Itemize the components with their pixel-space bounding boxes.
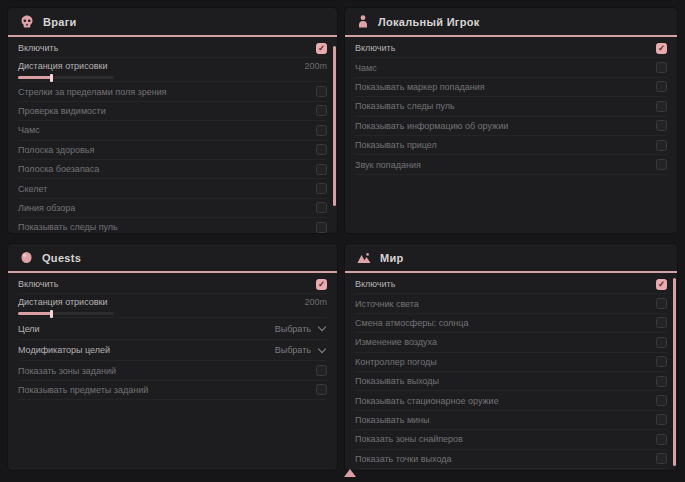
checkbox-unchecked[interactable] [656, 159, 667, 170]
panel-world: МирВключить✓Источник светаСмена атмосфер… [345, 244, 677, 470]
scrollbar-thumb[interactable] [333, 46, 336, 206]
row-toggle[interactable]: Показывать предметы заданий [18, 381, 327, 400]
panel-title: Quests [42, 252, 81, 264]
row-toggle[interactable]: Показать точки выхода [355, 450, 667, 469]
row-toggle[interactable]: Включить✓ [355, 39, 667, 58]
row-toggle[interactable]: Смена атмосферы: солнца [355, 314, 667, 333]
row-toggle[interactable]: Показывать прицел [355, 136, 667, 155]
row-toggle[interactable]: Показывать маркер попадания [355, 78, 667, 97]
row-toggle[interactable]: Линия обзора [18, 199, 327, 218]
toggle-label: Показывать информацию об оружии [355, 121, 508, 131]
row-toggle[interactable]: Полоска здоровья [18, 141, 327, 160]
row-toggle[interactable]: Показывать выходы [355, 372, 667, 391]
checkbox-unchecked[interactable] [316, 365, 327, 376]
row-toggle[interactable]: Включить✓ [355, 275, 667, 294]
checkbox-checked[interactable]: ✓ [316, 43, 327, 54]
checkbox-unchecked[interactable] [656, 376, 667, 387]
toggle-label: Включить [355, 43, 395, 53]
toggle-label: Включить [355, 279, 395, 289]
slider-thumb[interactable] [50, 310, 53, 318]
cursor-triangle-icon [344, 469, 356, 477]
panel-title: Мир [380, 252, 404, 264]
toggle-label: Показать зоны снайперов [355, 434, 463, 444]
checkbox-unchecked[interactable] [656, 395, 667, 406]
row-toggle[interactable]: Полоска боезапаса [18, 160, 327, 179]
select-value: Выбрать [275, 345, 311, 355]
toggle-label: Линия обзора [18, 203, 75, 213]
panel-header-quests: Quests [8, 244, 337, 273]
row-toggle[interactable]: Источник света [355, 294, 667, 313]
toggle-label: Чамс [355, 63, 377, 73]
toggle-label: Полоска боезапаса [18, 164, 99, 174]
row-toggle[interactable]: Скелет [18, 179, 327, 198]
row-toggle[interactable]: Чамс [355, 58, 667, 77]
checkbox-unchecked[interactable] [656, 317, 667, 328]
checkbox-unchecked[interactable] [656, 337, 667, 348]
row-toggle[interactable]: Проверка видимости [18, 102, 327, 121]
row-toggle[interactable]: Изменение воздуха [355, 333, 667, 352]
checkbox-checked[interactable]: ✓ [656, 43, 667, 54]
slider-track[interactable] [18, 312, 114, 315]
toggle-label: Стрелки за пределами поля зрения [18, 87, 167, 97]
checkbox-unchecked[interactable] [316, 125, 327, 136]
row-toggle[interactable]: Показать зоны снайперов [355, 430, 667, 449]
checkbox-unchecked[interactable] [316, 183, 327, 194]
slider-value: 200m [304, 297, 327, 307]
checkbox-checked[interactable]: ✓ [316, 279, 327, 290]
row-toggle[interactable]: Показывать стационарное оружие [355, 391, 667, 410]
slider-label: Дистанция отрисовки [18, 297, 108, 307]
checkbox-unchecked[interactable] [316, 202, 327, 213]
checkbox-unchecked[interactable] [316, 222, 327, 233]
row-toggle[interactable]: Показывать информацию об оружии [355, 117, 667, 136]
slider-thumb[interactable] [50, 74, 53, 82]
checkbox-unchecked[interactable] [316, 105, 327, 116]
scrollbar-thumb[interactable] [673, 278, 676, 466]
slider-label: Дистанция отрисовки [18, 61, 108, 71]
row-toggle[interactable]: Включить✓ [18, 39, 327, 58]
toggle-label: Показывать мины [355, 415, 430, 425]
checkbox-unchecked[interactable] [316, 384, 327, 395]
panel-header-local-player: Локальный Игрок [345, 8, 677, 37]
checkbox-unchecked[interactable] [656, 298, 667, 309]
toggle-label: Полоска здоровья [18, 145, 94, 155]
select-dropdown[interactable]: Выбрать [275, 324, 327, 334]
row-toggle[interactable]: Показать зоны заданий [18, 361, 327, 380]
checkbox-unchecked[interactable] [656, 120, 667, 131]
panel-header-world: Мир [345, 244, 677, 273]
checkbox-checked[interactable]: ✓ [656, 279, 667, 290]
checkbox-unchecked[interactable] [656, 453, 667, 464]
select-dropdown[interactable]: Выбрать [275, 345, 327, 355]
row-toggle[interactable]: Показывать следы пуль [355, 97, 667, 116]
skull-icon [20, 15, 34, 28]
row-toggle[interactable]: Контроллер погоды [355, 353, 667, 372]
checkbox-unchecked[interactable] [656, 356, 667, 367]
select-label: Цели [18, 324, 40, 334]
checkbox-unchecked[interactable] [316, 164, 327, 175]
slider-header: Дистанция отрисовки200m [18, 296, 327, 308]
checkbox-unchecked[interactable] [656, 81, 667, 92]
slider-header: Дистанция отрисовки200m [18, 60, 327, 72]
checkbox-unchecked[interactable] [656, 101, 667, 112]
row-toggle[interactable]: Звук попадания [355, 155, 667, 174]
toggle-label: Показывать маркер попадания [355, 82, 485, 92]
toggle-label: Звук попадания [355, 160, 421, 170]
row-toggle[interactable]: Стрелки за пределами поля зрения [18, 82, 327, 101]
row-toggle[interactable]: Чамс [18, 121, 327, 140]
row-toggle[interactable]: Показывать мины [355, 411, 667, 430]
slider-track[interactable] [18, 76, 114, 79]
checkbox-unchecked[interactable] [316, 144, 327, 155]
row-slider: Дистанция отрисовки200m [18, 294, 327, 318]
checkbox-unchecked[interactable] [656, 414, 667, 425]
checkbox-unchecked[interactable] [656, 140, 667, 151]
row-select[interactable]: ЦелиВыбрать [18, 318, 327, 340]
row-toggle[interactable]: Показывать следы пуль [18, 218, 327, 233]
panel-enemies: ВрагиВключить✓Дистанция отрисовки200mСтр… [8, 8, 337, 233]
checkbox-unchecked[interactable] [656, 62, 667, 73]
toggle-label: Показывать выходы [355, 376, 439, 386]
row-toggle[interactable]: Включить✓ [18, 275, 327, 294]
panel-local-player: Локальный ИгрокВключить✓ЧамсПоказывать м… [345, 8, 677, 233]
row-select[interactable]: Модификаторы целейВыбрать [18, 340, 327, 362]
checkbox-unchecked[interactable] [656, 434, 667, 445]
checkbox-unchecked[interactable] [316, 86, 327, 97]
toggle-label: Проверка видимости [18, 106, 106, 116]
